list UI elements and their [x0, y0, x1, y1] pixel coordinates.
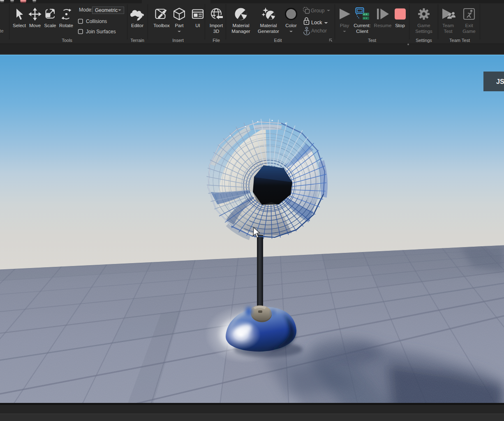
svg-text:Insert: Insert: [172, 38, 184, 43]
svg-text:Join Surfaces: Join Surfaces: [86, 29, 116, 35]
svg-text:UI: UI: [195, 23, 200, 28]
svg-text:Material: Material: [260, 23, 277, 28]
svg-text:Settings: Settings: [415, 29, 432, 34]
svg-text:Toolbox: Toolbox: [153, 23, 170, 28]
svg-text:Client: Client: [356, 29, 368, 34]
svg-text:Current:: Current:: [354, 23, 371, 28]
svg-text:Settings: Settings: [416, 38, 432, 43]
svg-text:Team Test: Team Test: [449, 38, 470, 43]
svg-text:te: te: [0, 28, 4, 33]
svg-text:Terrain: Terrain: [130, 38, 144, 43]
svg-text:Resume: Resume: [374, 23, 392, 28]
svg-text:Geometric: Geometric: [95, 7, 118, 13]
svg-text:Stop: Stop: [395, 23, 405, 28]
svg-text:Select: Select: [13, 23, 26, 28]
svg-text:Collisions: Collisions: [86, 19, 107, 24]
svg-text:Material: Material: [233, 23, 250, 28]
svg-text:Play: Play: [340, 23, 349, 28]
svg-text:Game: Game: [417, 23, 430, 28]
svg-text:Part: Part: [175, 23, 184, 28]
svg-text:Game: Game: [462, 29, 475, 34]
svg-text:Exit: Exit: [465, 23, 473, 28]
svg-text:Tools: Tools: [62, 38, 72, 43]
svg-text:Group: Group: [311, 8, 325, 14]
svg-text:Edit: Edit: [274, 38, 282, 43]
svg-text:Color: Color: [285, 23, 297, 28]
svg-text:Anchor: Anchor: [311, 28, 327, 34]
svg-text:Manager: Manager: [231, 29, 250, 34]
svg-text:Import: Import: [210, 23, 223, 28]
svg-text:Team: Team: [442, 23, 454, 28]
svg-text:File: File: [213, 38, 220, 43]
svg-text:Move: Move: [29, 23, 41, 28]
svg-text:Lock: Lock: [311, 20, 322, 25]
svg-text:Editor: Editor: [131, 23, 143, 28]
svg-text:Scale: Scale: [44, 23, 56, 28]
svg-text:Rotate: Rotate: [59, 23, 73, 28]
svg-text:3D: 3D: [213, 29, 220, 34]
svg-text:Mode:: Mode:: [79, 7, 92, 13]
svg-text:Test: Test: [444, 29, 453, 34]
svg-text:Generator: Generator: [258, 29, 279, 34]
svg-text:JSI: JSI: [496, 78, 504, 85]
svg-text:Test: Test: [368, 38, 376, 43]
